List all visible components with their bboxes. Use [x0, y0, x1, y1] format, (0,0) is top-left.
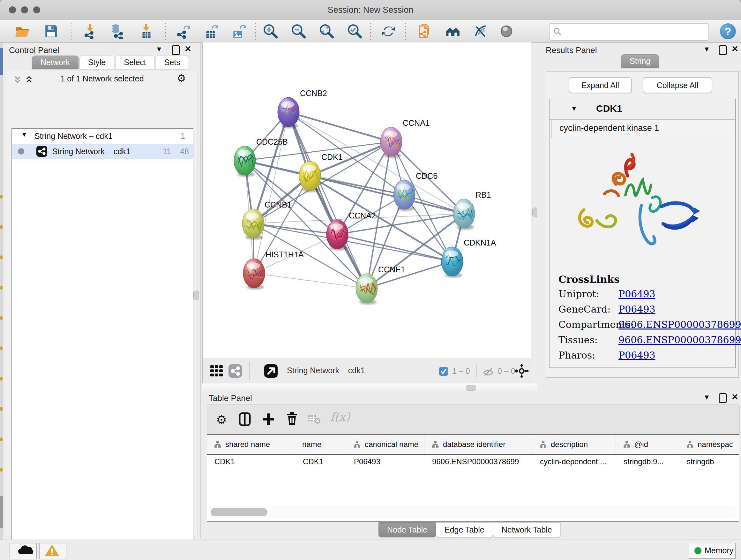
collapse-all-button[interactable]: Collapse All	[643, 77, 712, 93]
table-cell[interactable]: CDK1	[295, 455, 346, 469]
network-edge[interactable]	[310, 176, 464, 213]
tab-select[interactable]: Select	[115, 56, 154, 69]
table-panel-collapse-icon[interactable]: ▾	[704, 392, 709, 402]
tab-edge-table[interactable]: Edge Table	[436, 522, 493, 537]
table-panel-float-icon[interactable]	[719, 393, 727, 403]
apply-layout-button[interactable]	[381, 23, 396, 39]
table-cell[interactable]: CDK1	[207, 455, 295, 469]
search-input[interactable]	[565, 25, 703, 38]
show-columns-icon[interactable]	[238, 412, 252, 428]
network-edge[interactable]	[288, 112, 367, 288]
column-header-shared-name[interactable]: shared name	[207, 435, 295, 454]
network-options-gear-icon[interactable]: ⚙	[177, 72, 186, 84]
column-header-description[interactable]: description	[532, 435, 616, 454]
crosslink-link[interactable]: P06493	[618, 304, 656, 315]
tab-style[interactable]: Style	[79, 56, 115, 69]
table-cell[interactable]: stringdb:9...	[616, 455, 679, 469]
zoom-out-button[interactable]	[290, 23, 307, 39]
tab-network[interactable]: Network	[32, 56, 78, 69]
delete-columns-icon[interactable]	[285, 412, 299, 427]
create-column-icon[interactable]	[261, 412, 275, 428]
results-panel-close-icon[interactable]: ✕	[731, 44, 738, 54]
tab-sets[interactable]: Sets	[156, 56, 189, 69]
tab-node-table[interactable]: Node Table	[379, 522, 436, 537]
scrollbar-thumb[interactable]	[211, 508, 267, 516]
import-table-file-button[interactable]	[138, 23, 154, 39]
left-splitter-handle[interactable]	[193, 291, 199, 300]
control-panel-close-icon[interactable]: ✕	[185, 44, 192, 54]
network-tree-selected-row[interactable]: String Network – cdk1 11 48	[12, 144, 193, 159]
collapse-all-networks-icon[interactable]	[13, 75, 22, 85]
control-panel-float-icon[interactable]	[172, 45, 180, 55]
tree-expander-icon[interactable]: ▼	[21, 131, 27, 138]
warning-button[interactable]	[39, 543, 66, 559]
crosslink-link[interactable]: 9606.ENSP00000378699	[618, 319, 741, 330]
column-header-canonical-name[interactable]: canonical name	[346, 435, 424, 454]
network-node[interactable]: CCNA1	[381, 118, 430, 158]
hidden-eye-icon[interactable]	[482, 366, 494, 379]
network-edge[interactable]	[253, 224, 337, 234]
network-edge[interactable]	[254, 273, 367, 288]
open-in-new-window-icon[interactable]	[264, 364, 278, 379]
node-section-header[interactable]: ▼ CDK1	[549, 99, 735, 120]
tab-string[interactable]: String	[621, 54, 659, 68]
network-node[interactable]: CDK1	[299, 152, 343, 192]
import-network-file-button[interactable]	[82, 23, 98, 39]
enhanced-labels-toggle-button[interactable]	[472, 23, 488, 39]
table-row[interactable]: CDK1CDK1P064939606.ENSP00000378699cyclin…	[207, 455, 739, 469]
import-network-database-button[interactable]	[110, 23, 126, 39]
network-canvas[interactable]: CCNB2CCNA1CDC25BCDK1CDC6RB1CCNB1CCNA2CDK…	[202, 43, 531, 359]
expand-all-networks-icon[interactable]	[24, 75, 34, 85]
section-expander-icon[interactable]: ▼	[570, 105, 578, 113]
results-panel-collapse-icon[interactable]: ▾	[704, 44, 709, 54]
help-button[interactable]: ?	[720, 23, 736, 39]
zoom-in-button[interactable]	[262, 23, 278, 39]
control-panel-collapse-icon[interactable]: ▾	[157, 44, 161, 54]
network-edge[interactable]	[288, 112, 391, 142]
table-options-gear-icon[interactable]: ⚙	[216, 413, 227, 427]
open-session-button[interactable]	[14, 23, 30, 39]
zoom-selected-button[interactable]	[347, 23, 362, 39]
column-header-name[interactable]: name	[295, 435, 346, 454]
network-node[interactable]: CDC25B	[234, 137, 288, 177]
network-node[interactable]: CDKN1A	[441, 238, 496, 278]
table-cell[interactable]: P06493	[346, 455, 424, 469]
crosslink-link[interactable]: 9606.ENSP00000378699	[618, 334, 741, 346]
crosslink-link[interactable]: P06493	[618, 288, 656, 300]
save-session-button[interactable]	[43, 23, 59, 39]
network-edge[interactable]	[254, 112, 288, 273]
grid-view-icon[interactable]	[210, 364, 224, 379]
memory-button[interactable]: Memory	[689, 543, 736, 559]
share-network-icon[interactable]	[228, 364, 242, 379]
column-header--id[interactable]: @id	[616, 435, 679, 454]
network-node[interactable]: CCNE1	[356, 265, 405, 305]
export-network-button[interactable]	[175, 23, 191, 39]
column-header-namespac[interactable]: namespac	[679, 435, 739, 454]
network-node[interactable]: HIST1H1A	[243, 250, 304, 290]
zoom-fit-button[interactable]	[319, 23, 334, 39]
network-edge[interactable]	[337, 234, 452, 261]
export-image-button[interactable]	[230, 23, 246, 39]
table-cell[interactable]: cyclin-dependent ...	[532, 455, 616, 469]
results-panel-float-icon[interactable]	[719, 45, 727, 55]
selected-checkbox-icon[interactable]	[439, 367, 448, 377]
clear-table-icon[interactable]	[308, 414, 321, 426]
string-protein-query-button[interactable]	[417, 23, 433, 39]
network-node[interactable]: RB1	[453, 190, 491, 230]
table-cell[interactable]: stringdb	[679, 455, 739, 469]
cloud-button[interactable]	[10, 543, 37, 559]
column-header-database-identifier[interactable]: database identifier	[424, 435, 532, 454]
network-node[interactable]: CCNA2	[327, 211, 376, 251]
table-horizontal-scrollbar[interactable]	[209, 506, 737, 518]
export-table-button[interactable]	[203, 23, 219, 39]
horizontal-splitter-handle[interactable]	[466, 385, 476, 391]
glass-ball-effect-button[interactable]	[498, 23, 515, 39]
fit-selection-crosshair-icon[interactable]	[514, 363, 529, 380]
tab-network-table[interactable]: Network Table	[493, 522, 561, 537]
table-panel-close-icon[interactable]: ✕	[731, 392, 738, 402]
function-builder-icon[interactable]: f(x)	[330, 410, 350, 423]
expand-all-button[interactable]: Expand All	[569, 77, 632, 93]
network-tree-root-row[interactable]: ▼ String Network – cdk1 1	[12, 130, 193, 144]
table-cell[interactable]: 9606.ENSP00000378699	[424, 455, 532, 469]
crosslink-link[interactable]: P06493	[618, 350, 656, 361]
